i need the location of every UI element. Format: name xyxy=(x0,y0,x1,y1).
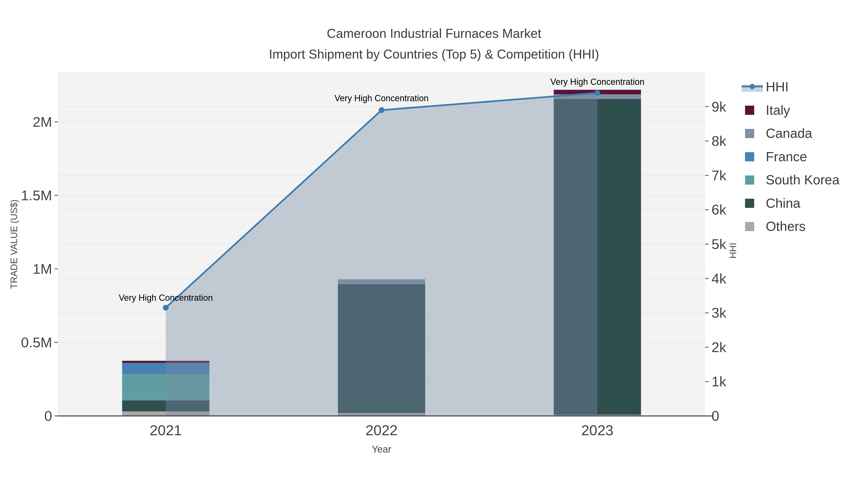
y-left-tick-label: 0.5M xyxy=(21,334,52,350)
y-right-tick-label: 5k xyxy=(712,236,726,252)
y-left-axis-title: TRADE VALUE (US$) xyxy=(9,199,19,289)
legend-label-hhi: HHI xyxy=(766,79,789,94)
y-right-tick-label: 8k xyxy=(712,133,726,149)
hhi-point-2021[interactable] xyxy=(163,305,169,311)
chart-title-line2: Import Shipment by Countries (Top 5) & C… xyxy=(0,48,868,61)
legend-swatch-others xyxy=(745,222,754,231)
legend-swatch-china xyxy=(745,199,754,208)
y-left-tick-label: 2M xyxy=(33,114,52,130)
hhi-point-2022[interactable] xyxy=(379,107,384,113)
y-left-tick-label: 1M xyxy=(33,261,52,276)
annotation-2022: Very High Concentration xyxy=(334,93,429,103)
legend-item-hhi[interactable]: HHI xyxy=(742,79,789,94)
x-tick-label: 2023 xyxy=(581,422,613,438)
chart-title-line1: Cameroon Industrial Furnaces Market xyxy=(0,27,868,40)
legend-label-france: France xyxy=(766,149,807,164)
y-right-tick-label: 3k xyxy=(712,305,726,321)
y-left-tick-label: 1.5M xyxy=(21,188,52,203)
legend-item-others[interactable]: Others xyxy=(745,219,806,234)
y-right-axis-title: HHI xyxy=(728,243,738,258)
legend-swatch-canada xyxy=(745,129,754,138)
legend-item-canada[interactable]: Canada xyxy=(745,126,812,141)
legend-item-south-korea[interactable]: South Korea xyxy=(745,172,840,187)
legend-item-china[interactable]: China xyxy=(745,196,801,210)
legend-hhi-marker xyxy=(750,84,755,89)
annotation-2023: Very High Concentration xyxy=(550,77,644,87)
legend-label-others: Others xyxy=(766,219,806,234)
y-right-tick-label: 6k xyxy=(712,202,726,217)
hhi-point-2023[interactable] xyxy=(595,90,600,96)
legend-swatch-south-korea xyxy=(745,175,754,185)
chart-figure: 00.5M1M1.5M2M01k2k3k4k5k6k7k8k9k20212022… xyxy=(0,0,868,488)
y-right-tick-label: 1k xyxy=(712,373,726,389)
legend-swatch-france xyxy=(745,152,754,161)
y-right-tick-label: 7k xyxy=(712,167,726,183)
x-axis-title: Year xyxy=(58,444,705,455)
y-left-tick-label: 0 xyxy=(44,408,52,424)
legend-label-canada: Canada xyxy=(766,126,812,141)
legend-item-italy[interactable]: Italy xyxy=(745,103,790,118)
y-right-tick-label: 9k xyxy=(712,99,726,115)
x-tick-label: 2021 xyxy=(150,422,182,438)
legend: HHIItalyCanadaFranceSouth KoreaChinaOthe… xyxy=(742,79,840,234)
legend-swatch-italy xyxy=(745,106,754,115)
legend-label-south-korea: South Korea xyxy=(766,172,840,187)
legend-label-italy: Italy xyxy=(766,103,790,118)
y-right-tick-label: 2k xyxy=(712,339,726,355)
annotation-2021: Very High Concentration xyxy=(119,293,213,303)
x-tick-label: 2022 xyxy=(366,422,398,438)
y-right-tick-label: 4k xyxy=(712,271,726,286)
legend-label-china: China xyxy=(766,196,801,210)
legend-item-france[interactable]: France xyxy=(745,149,807,164)
